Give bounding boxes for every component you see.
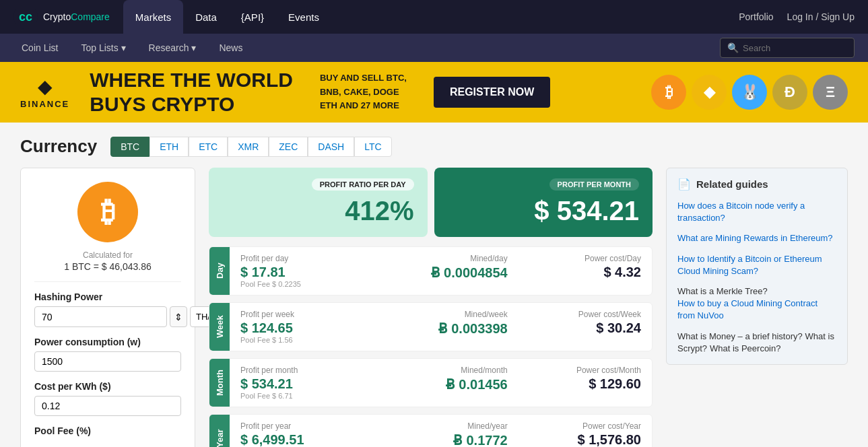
profit-day-box: PROFIT RATIO PER DAY 412% — [209, 168, 428, 237]
main-content: Currency BTC ETH ETC XMR ZEC DASH LTC ₿ … — [0, 123, 868, 447]
row-power-week: Power cost/Week $ 30.24 — [508, 310, 641, 344]
pool-fee-label: Pool Fee (%) — [34, 425, 181, 436]
calc-layout: ₿ Calculated for 1 BTC = $ 46,043.86 Has… — [20, 168, 848, 447]
portfolio-link[interactable]: Portfolio — [739, 11, 773, 22]
register-now-button[interactable]: REGISTER NOW — [434, 77, 550, 108]
hashing-power-input[interactable] — [34, 306, 167, 327]
sec-nav-coin-list[interactable]: Coin List — [13, 34, 66, 62]
svg-text:cc: cc — [19, 10, 32, 24]
main-nav: Markets Data {API} Events — [123, 0, 739, 34]
rg-text-3: What is a Merkle Tree? — [677, 286, 768, 296]
rg-link-2[interactable]: How to Identify a Bitcoin or Ethereum Cl… — [677, 253, 836, 277]
banner-coin-btc: ₿ — [651, 75, 686, 110]
secondary-nav: Coin List Top Lists ▾ Research ▾ News 🔍 — [0, 34, 868, 62]
row-data-month: Profit per month $ 534.21 Pool Fee $ 6.7… — [230, 359, 652, 407]
binance-diamond-icon: ◆ — [38, 75, 53, 98]
related-guides-header: 📄 Related guides — [677, 178, 836, 191]
row-mined-year: Mined/year Ƀ 0.1772 — [374, 421, 507, 447]
row-label-week: Week — [209, 303, 230, 351]
btc-circle-icon: ₿ — [77, 182, 138, 242]
nav-item-markets[interactable]: Markets — [123, 0, 183, 34]
sec-nav-top-lists[interactable]: Top Lists ▾ — [73, 34, 133, 62]
logo-text: CryptoCompare — [43, 11, 110, 22]
row-data-day: Profit per day $ 17.81 Pool Fee $ 0.2235… — [230, 247, 652, 295]
top-nav: cc CryptoCompare Markets Data {API} Even… — [0, 0, 868, 34]
search-input[interactable] — [743, 43, 847, 53]
currency-tabs: BTC ETH ETC XMR ZEC DASH LTC — [110, 137, 391, 157]
nav-item-api[interactable]: {API} — [229, 0, 276, 34]
tab-ltc[interactable]: LTC — [354, 137, 391, 157]
rg-link-1[interactable]: What are Mining Rewards in Ethereum? — [677, 232, 836, 244]
row-data-year: Profit per year $ 6,499.51 Pool Fee $ 81… — [230, 415, 652, 447]
banner-coins: ₿ ◆ 🐰 Ð Ξ — [651, 75, 848, 110]
banner-title: WHERE THE WORLD BUYS CRYPTO — [90, 68, 293, 116]
row-power-day: Power cost/Day $ 4.32 — [508, 254, 641, 288]
row-label-year: Year — [209, 415, 230, 447]
left-panel: ₿ Calculated for 1 BTC = $ 46,043.86 Has… — [20, 168, 195, 447]
rg-link-0[interactable]: How does a Bitcoin node verify a transac… — [677, 200, 836, 224]
btc-icon-container: ₿ — [77, 182, 138, 242]
sec-nav-news[interactable]: News — [211, 34, 251, 62]
power-consumption-label: Power consumption (w) — [34, 337, 181, 347]
row-profit-week: Profit per week $ 124.65 Pool Fee $ 1.56 — [240, 310, 374, 344]
banner: ◆ BINANCE WHERE THE WORLD BUYS CRYPTO BU… — [0, 62, 868, 123]
row-label-day: Day — [209, 247, 230, 295]
row-power-year: Power cost/Year $ 1,576.80 — [508, 421, 641, 447]
login-signup-link[interactable]: Log In / Sign Up — [787, 11, 855, 22]
profit-month-label: PROFIT PER MONTH — [549, 178, 639, 191]
tab-btc[interactable]: BTC — [110, 137, 149, 157]
hash-power-stepper-icon: ⇕ — [170, 306, 187, 327]
row-profit-year: Profit per year $ 6,499.51 Pool Fee $ 81… — [240, 421, 374, 447]
page-header: Currency BTC ETH ETC XMR ZEC DASH LTC — [20, 136, 848, 157]
nav-item-events[interactable]: Events — [276, 0, 331, 34]
center-panel: PROFIT RATIO PER DAY 412% PROFIT PER MON… — [209, 168, 653, 447]
nav-right: Portfolio Log In / Sign Up — [739, 11, 855, 22]
binance-label: BINANCE — [20, 99, 69, 109]
profit-month-value: $ 534.21 — [534, 196, 639, 226]
page-title: Currency — [20, 136, 97, 157]
row-mined-day: Mined/day Ƀ 0.0004854 — [374, 254, 507, 288]
row-card-day: Day Profit per day $ 17.81 Pool Fee $ 0.… — [209, 246, 653, 296]
cost-kwh-input[interactable] — [34, 396, 181, 416]
row-card-month: Month Profit per month $ 534.21 Pool Fee… — [209, 358, 653, 407]
row-mined-week: Mined/week Ƀ 0.003398 — [374, 310, 507, 344]
profit-day-value: 412% — [345, 196, 413, 226]
search-box[interactable]: 🔍 — [720, 38, 855, 58]
nav-item-data[interactable]: Data — [183, 0, 229, 34]
row-card-week: Week Profit per week $ 124.65 Pool Fee $… — [209, 302, 653, 351]
rg-link-4[interactable]: How to buy a Cloud Mining Contract from … — [677, 298, 836, 322]
tab-eth[interactable]: ETH — [149, 137, 189, 157]
banner-coin-bnb: ◆ — [692, 75, 727, 110]
tab-zec[interactable]: ZEC — [269, 137, 308, 157]
row-card-year: Year Profit per year $ 6,499.51 Pool Fee… — [209, 414, 653, 447]
logo[interactable]: cc CryptoCompare — [13, 5, 110, 29]
rg-text-7: What is Peercoin? — [710, 343, 781, 353]
profit-month-box: PROFIT PER MONTH $ 534.21 — [434, 168, 653, 237]
banner-coin-rabbit: 🐰 — [732, 75, 767, 110]
row-profit-day: Profit per day $ 17.81 Pool Fee $ 0.2235 — [240, 254, 374, 288]
search-icon: 🔍 — [727, 42, 739, 53]
power-consumption-input[interactable] — [34, 351, 181, 372]
cost-kwh-label: Cost per KWh ($) — [34, 381, 181, 392]
row-mined-month: Mined/month Ƀ 0.01456 — [374, 366, 507, 400]
row-profit-month: Profit per month $ 534.21 Pool Fee $ 6.7… — [240, 366, 374, 400]
row-label-month: Month — [209, 359, 230, 407]
right-panel: 📄 Related guides How does a Bitcoin node… — [666, 168, 848, 447]
banner-logo: ◆ BINANCE — [20, 75, 69, 109]
hashing-power-label: Hashing Power — [34, 291, 181, 302]
row-power-month: Power cost/Month $ 129.60 — [508, 366, 641, 400]
tab-xmr[interactable]: XMR — [228, 137, 269, 157]
calculated-label: Calculated for — [83, 250, 133, 260]
banner-desc: BUY AND SELL BTC, BNB, CAKE, DOGE ETH AN… — [320, 71, 407, 113]
banner-coin-eth: Ξ — [813, 75, 848, 110]
tab-etc[interactable]: ETC — [189, 137, 228, 157]
row-data-week: Profit per week $ 124.65 Pool Fee $ 1.56… — [230, 303, 652, 351]
tab-dash[interactable]: DASH — [308, 137, 354, 157]
document-icon: 📄 — [677, 178, 691, 191]
profit-summary: PROFIT RATIO PER DAY 412% PROFIT PER MON… — [209, 168, 653, 237]
sec-nav-research[interactable]: Research ▾ — [141, 34, 205, 62]
rg-text-5: What is Money – a brief history? — [677, 331, 803, 341]
banner-coin-doge: Ð — [772, 75, 807, 110]
profit-day-label: PROFIT RATIO PER DAY — [312, 178, 414, 191]
related-guides: 📄 Related guides How does a Bitcoin node… — [666, 168, 848, 365]
